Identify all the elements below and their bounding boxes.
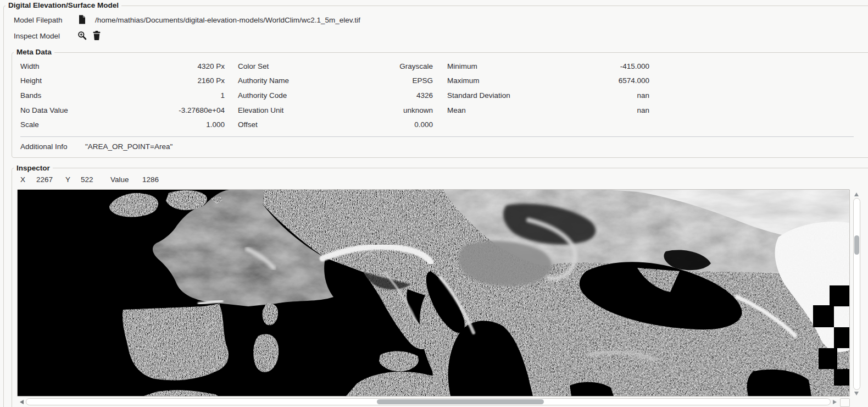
additional-info-row: Additional Info "AREA_OR_POINT=Area": [20, 140, 868, 154]
inspector-group-title: Inspector: [14, 164, 53, 173]
meta-label-stddev: Standard Deviation: [447, 91, 552, 100]
inspector-coordinates-row: X 2267 Y 522 Value 1286: [20, 173, 868, 186]
scrollbar-corner: [840, 398, 850, 407]
meta-label-bands: Bands: [20, 91, 114, 100]
trash-icon: [93, 31, 101, 42]
metadata-column-3: Minimum-415.000 Maximum6574.000 Standard…: [447, 59, 649, 132]
document-icon: [78, 15, 86, 26]
inspector-group: Inspector X 2267 Y 522 Value 1286: [12, 164, 868, 407]
model-filepath-label: Model Filepath: [14, 16, 78, 24]
map-widget: [17, 189, 868, 407]
inspect-model-label: Inspect Model: [14, 32, 77, 40]
elevation-map-image: [18, 190, 849, 396]
map-horizontal-scrollbar[interactable]: [17, 398, 850, 406]
scroll-down-icon[interactable]: [854, 392, 859, 395]
meta-value-bands: 1: [114, 91, 225, 100]
scroll-up-icon[interactable]: [854, 193, 859, 196]
dem-group: Digital Elevation/Surface Model Model Fi…: [3, 1, 868, 407]
scroll-left-icon[interactable]: [20, 400, 24, 404]
metadata-column-2: Color SetGrayscale Authority NameEPSG Au…: [238, 59, 433, 132]
coord-value-value: 1286: [142, 175, 159, 184]
meta-label-nodata: No Data Value: [20, 106, 114, 114]
scroll-right-icon[interactable]: [833, 400, 837, 404]
metadata-group-title: Meta Data: [14, 48, 54, 57]
meta-value-width: 4320 Px: [114, 62, 225, 70]
model-filepath-row: Model Filepath /home/mathias/Documents/d…: [14, 13, 868, 28]
model-filepath-value: /home/mathias/Documents/digital-elevatio…: [95, 16, 360, 24]
additional-info-value: "AREA_OR_POINT=Area": [85, 142, 173, 151]
meta-value-colorset: Grayscale: [334, 62, 433, 70]
meta-label-authority-name: Authority Name: [238, 76, 334, 85]
horizontal-scroll-track[interactable]: [26, 398, 831, 405]
dem-group-title: Digital Elevation/Surface Model: [5, 1, 121, 10]
meta-value-stddev: nan: [552, 91, 649, 100]
coord-x-value: 2267: [36, 175, 65, 184]
meta-value-authority-code: 4326: [334, 91, 433, 100]
horizontal-scroll-thumb[interactable]: [377, 399, 544, 404]
meta-label-maximum: Maximum: [447, 76, 552, 85]
vertical-scroll-track[interactable]: [853, 198, 860, 390]
meta-label-elevation-unit: Elevation Unit: [238, 106, 334, 114]
file-open-button[interactable]: [78, 15, 90, 26]
meta-label-height: Height: [20, 76, 114, 85]
meta-value-offset: 0.000: [334, 120, 433, 129]
meta-label-mean: Mean: [447, 106, 552, 114]
meta-value-scale: 1.000: [114, 120, 225, 129]
coord-value-label: Value: [110, 175, 142, 184]
inspect-model-button[interactable]: [77, 31, 90, 42]
coord-y-value: 522: [81, 175, 110, 184]
additional-info-label: Additional Info: [20, 142, 85, 151]
metadata-column-1: Width4320 Px Height2160 Px Bands1 No Dat…: [20, 59, 225, 132]
meta-value-mean: nan: [552, 106, 649, 114]
coord-x-label: X: [20, 175, 36, 184]
coord-y-label: Y: [65, 175, 81, 184]
magnifier-plus-icon: [77, 31, 87, 42]
meta-value-authority-name: EPSG: [334, 76, 433, 85]
meta-value-minimum: -415.000: [552, 62, 649, 70]
meta-value-elevation-unit: unknown: [334, 106, 433, 114]
meta-label-colorset: Color Set: [238, 62, 334, 70]
meta-label-offset: Offset: [238, 120, 334, 129]
metadata-group: Meta Data Width4320 Px Height2160 Px Ban…: [12, 48, 868, 158]
map-vertical-scrollbar[interactable]: [852, 189, 861, 397]
meta-value-nodata: -3.27680e+04: [114, 106, 225, 114]
meta-label-width: Width: [20, 62, 114, 70]
meta-value-maximum: 6574.000: [552, 76, 649, 85]
meta-value-height: 2160 Px: [114, 76, 225, 85]
inspect-model-row: Inspect Model: [14, 29, 868, 43]
clear-model-button[interactable]: [93, 31, 105, 42]
elevation-map[interactable]: [17, 189, 850, 397]
metadata-separator: [20, 136, 854, 137]
meta-label-authority-code: Authority Code: [238, 91, 334, 100]
metadata-grid: Width4320 Px Height2160 Px Bands1 No Dat…: [12, 57, 868, 133]
meta-label-minimum: Minimum: [447, 62, 552, 70]
meta-label-scale: Scale: [20, 120, 114, 129]
vertical-scroll-thumb[interactable]: [854, 235, 859, 255]
